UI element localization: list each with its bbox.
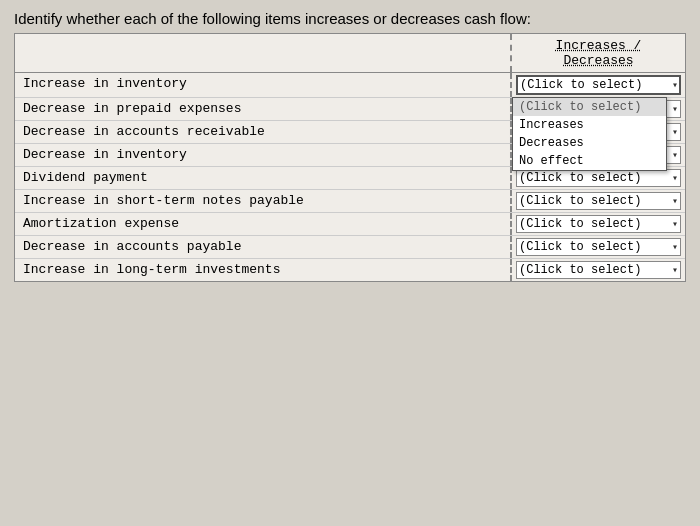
cash-flow-select-7[interactable]: (Click to select) Increases Decreases No…	[516, 215, 681, 233]
row-label-1: Increase in inventory	[15, 73, 510, 97]
select-wrapper-1[interactable]: (Click to select) Increases Decreases No…	[516, 75, 681, 95]
cash-flow-select-8[interactable]: (Click to select) Increases Decreases No…	[516, 238, 681, 256]
dropdown-option-increases[interactable]: Increases	[513, 116, 666, 134]
select-wrapper-6[interactable]: (Click to select) Increases Decreases No…	[516, 192, 681, 210]
dropdown-option-click[interactable]: (Click to select)	[513, 98, 666, 116]
row-label-7: Amortization expense	[15, 213, 510, 235]
select-wrapper-5[interactable]: (Click to select) Increases Decreases No…	[516, 169, 681, 187]
cash-flow-select-9[interactable]: (Click to select) Increases Decreases No…	[516, 261, 681, 279]
separator: /	[634, 38, 642, 53]
row-select-cell-9[interactable]: (Click to select) Increases Decreases No…	[510, 259, 685, 281]
row-label-8: Decrease in accounts payable	[15, 236, 510, 258]
select-wrapper-7[interactable]: (Click to select) Increases Decreases No…	[516, 215, 681, 233]
table-row: Increase in long-term investments (Click…	[15, 259, 685, 281]
increases-label: Increases	[556, 38, 626, 53]
page-title: Identify whether each of the following i…	[0, 0, 700, 33]
cash-flow-select-1[interactable]: (Click to select) Increases Decreases No…	[516, 75, 681, 95]
header-left	[15, 34, 510, 72]
cash-flow-select-5[interactable]: (Click to select) Increases Decreases No…	[516, 169, 681, 187]
decreases-label: Decreases	[563, 53, 633, 68]
row-label-9: Increase in long-term investments	[15, 259, 510, 281]
row-select-cell-1[interactable]: (Click to select) Increases Decreases No…	[510, 73, 685, 97]
row-label-4: Decrease in inventory	[15, 144, 510, 166]
table-header: Increases / Decreases	[15, 34, 685, 73]
row-select-cell-8[interactable]: (Click to select) Increases Decreases No…	[510, 236, 685, 258]
row-label-3: Decrease in accounts receivable	[15, 121, 510, 143]
table-row: Decrease in accounts payable (Click to s…	[15, 236, 685, 259]
cash-flow-select-6[interactable]: (Click to select) Increases Decreases No…	[516, 192, 681, 210]
row-select-cell-7[interactable]: (Click to select) Increases Decreases No…	[510, 213, 685, 235]
row-label-6: Increase in short-term notes payable	[15, 190, 510, 212]
table-row: Amortization expense (Click to select) I…	[15, 213, 685, 236]
header-right: Increases / Decreases	[510, 34, 685, 72]
row-label-5: Dividend payment	[15, 167, 510, 189]
select-wrapper-8[interactable]: (Click to select) Increases Decreases No…	[516, 238, 681, 256]
dropdown-option-noeffect[interactable]: No effect	[513, 152, 666, 170]
select-wrapper-9[interactable]: (Click to select) Increases Decreases No…	[516, 261, 681, 279]
dropdown-option-decreases[interactable]: Decreases	[513, 134, 666, 152]
row-select-cell-6[interactable]: (Click to select) Increases Decreases No…	[510, 190, 685, 212]
main-table: Increases / Decreases Increase in invent…	[14, 33, 686, 282]
row-label-2: Decrease in prepaid expenses	[15, 98, 510, 120]
dropdown-overlay-1[interactable]: (Click to select) Increases Decreases No…	[512, 97, 667, 171]
table-row: Increase in inventory (Click to select) …	[15, 73, 685, 98]
table-row: Increase in short-term notes payable (Cl…	[15, 190, 685, 213]
